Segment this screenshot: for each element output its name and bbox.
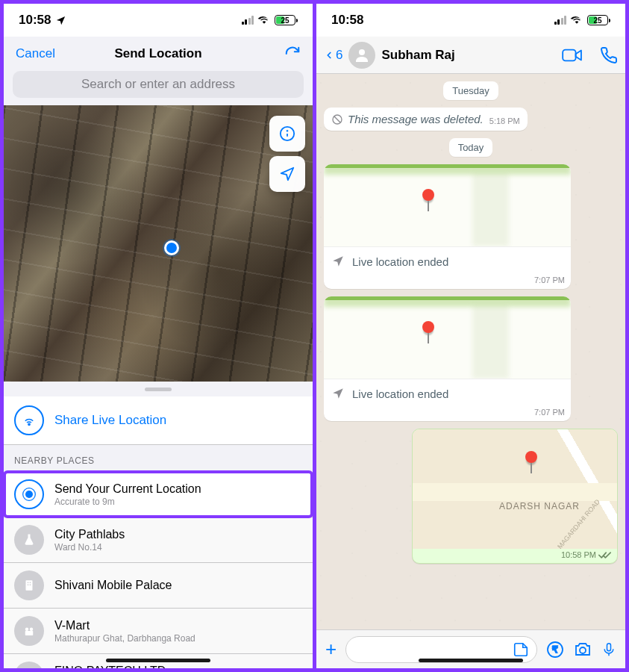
chat-header: 6 Subham Raj bbox=[316, 37, 625, 74]
svg-point-12 bbox=[30, 628, 34, 632]
back-count: 6 bbox=[336, 48, 342, 63]
read-receipt-icon bbox=[598, 551, 611, 559]
svg-point-17 bbox=[359, 49, 365, 55]
phone-send-location: 10:58 25 Cancel Send Location bbox=[4, 4, 313, 668]
place-title: City Pathlabs bbox=[54, 528, 125, 541]
payment-button[interactable]: ₹ bbox=[546, 641, 564, 659]
chat-scroll[interactable]: Tuesday This message was deleted. 5:18 P… bbox=[316, 74, 625, 629]
recenter-button[interactable] bbox=[269, 156, 305, 192]
chat-input-bar: + ₹ bbox=[316, 629, 625, 668]
message-time: 7:07 PM bbox=[324, 408, 571, 421]
svg-rect-9 bbox=[28, 585, 29, 586]
svg-rect-24 bbox=[607, 643, 611, 650]
map-pin-icon bbox=[422, 189, 434, 201]
share-live-location-row[interactable]: Share Live Location bbox=[4, 396, 313, 444]
home-indicator[interactable] bbox=[106, 659, 210, 662]
row-v-mart[interactable]: V-Mart Mathurapur Ghat, Darbhanga Road bbox=[4, 608, 313, 653]
deleted-text: This message was deleted. bbox=[348, 113, 484, 125]
battery-icon: 25 bbox=[275, 15, 298, 25]
status-bar: 10:58 25 bbox=[316, 4, 625, 37]
svg-line-20 bbox=[334, 116, 340, 122]
search-placeholder: Search or enter an address bbox=[81, 77, 235, 92]
home-indicator[interactable] bbox=[419, 659, 523, 662]
camera-button[interactable] bbox=[573, 641, 592, 659]
svg-text:₹: ₹ bbox=[552, 644, 558, 655]
avatar[interactable] bbox=[348, 42, 375, 69]
sent-location-card[interactable]: ADARSH NAGAR MAGARDAHI ROAD 10:58 PM bbox=[412, 429, 618, 564]
status-time: 10:58 bbox=[19, 13, 51, 28]
live-location-ended-row: Live location ended bbox=[324, 379, 571, 408]
row-city-pathlabs[interactable]: City Pathlabs Ward No.14 bbox=[4, 517, 313, 562]
map-area-label: ADARSH NAGAR bbox=[499, 501, 580, 511]
live-location-ended-row: Live location ended bbox=[324, 246, 571, 276]
svg-point-3 bbox=[28, 423, 30, 425]
svg-rect-13 bbox=[25, 631, 34, 635]
cellular-signal-icon bbox=[554, 16, 567, 25]
place-title: Send Your Current Location bbox=[54, 482, 201, 496]
status-time: 10:58 bbox=[331, 13, 363, 28]
contact-name[interactable]: Subham Raj bbox=[381, 48, 555, 63]
location-ended-icon bbox=[331, 387, 345, 400]
place-title: V-Mart bbox=[54, 619, 195, 632]
svg-point-11 bbox=[25, 628, 29, 632]
date-chip: Today bbox=[449, 138, 493, 157]
map-satellite[interactable] bbox=[4, 105, 313, 382]
deleted-message[interactable]: This message was deleted. 5:18 PM bbox=[324, 108, 528, 131]
map-info-button[interactable] bbox=[269, 116, 305, 152]
store-icon bbox=[14, 616, 44, 646]
grab-handle[interactable] bbox=[4, 382, 313, 396]
svg-point-23 bbox=[580, 647, 586, 653]
place-title: Shivani Mobile Palace bbox=[54, 579, 172, 592]
place-sub: Mathurapur Ghat, Darbhanga Road bbox=[54, 633, 195, 644]
bottom-sheet[interactable]: Share Live Location NEARBY PLACES Send Y… bbox=[4, 382, 313, 668]
svg-rect-6 bbox=[26, 580, 33, 591]
share-live-location-label: Share Live Location bbox=[54, 413, 166, 428]
map-pin-icon bbox=[422, 321, 434, 333]
video-call-button[interactable] bbox=[561, 47, 583, 63]
message-time: 5:18 PM bbox=[489, 116, 520, 125]
voice-call-button[interactable] bbox=[600, 46, 618, 64]
status-bar: 10:58 25 bbox=[4, 4, 313, 37]
svg-point-2 bbox=[287, 131, 288, 131]
location-map-thumb: ADARSH NAGAR MAGARDAHI ROAD bbox=[413, 429, 617, 549]
sticker-button[interactable] bbox=[513, 641, 529, 658]
svg-rect-8 bbox=[30, 582, 31, 584]
refresh-button[interactable] bbox=[248, 46, 301, 62]
cellular-signal-icon bbox=[242, 16, 254, 25]
wifi-icon bbox=[570, 15, 583, 25]
map-pin-icon bbox=[525, 451, 537, 463]
location-map-thumb bbox=[324, 164, 571, 246]
wifi-icon bbox=[257, 15, 271, 25]
row-send-current-location[interactable]: Send Your Current Location Accurate to 9… bbox=[4, 472, 313, 517]
flask-icon bbox=[14, 525, 44, 555]
place-sub: Ward No.14 bbox=[54, 542, 125, 553]
battery-icon: 25 bbox=[587, 15, 610, 25]
location-services-icon bbox=[55, 15, 66, 26]
cancel-button[interactable]: Cancel bbox=[16, 46, 68, 61]
live-location-icon bbox=[14, 405, 44, 435]
search-input[interactable]: Search or enter an address bbox=[13, 71, 304, 98]
mic-button[interactable] bbox=[601, 640, 616, 659]
sent-time-row: 10:58 PM bbox=[413, 549, 617, 563]
place-sub: Accurate to 9m bbox=[54, 497, 201, 507]
nearby-places-header: NEARBY PLACES bbox=[4, 445, 313, 472]
attach-button[interactable]: + bbox=[325, 638, 337, 661]
date-chip: Tuesday bbox=[443, 81, 498, 100]
building-icon bbox=[14, 570, 44, 600]
received-live-location-card[interactable]: Live location ended 7:07 PM bbox=[324, 164, 571, 289]
received-live-location-card[interactable]: Live location ended 7:07 PM bbox=[324, 296, 571, 421]
place-title: FINO PAYTECH LTD. bbox=[54, 665, 190, 669]
svg-point-4 bbox=[25, 491, 33, 498]
nav-bar: Cancel Send Location bbox=[4, 37, 313, 71]
svg-rect-10 bbox=[30, 585, 31, 586]
block-icon bbox=[331, 113, 343, 125]
back-button[interactable]: 6 bbox=[324, 47, 342, 63]
row-shivani-mobile-palace[interactable]: Shivani Mobile Palace bbox=[4, 562, 313, 608]
page-title: Send Location bbox=[68, 46, 248, 61]
message-time: 7:07 PM bbox=[324, 276, 571, 289]
svg-rect-18 bbox=[563, 49, 575, 60]
location-ended-icon bbox=[331, 255, 345, 268]
building-icon bbox=[14, 662, 44, 668]
search-container: Search or enter an address bbox=[4, 71, 313, 105]
phone-whatsapp-chat: 10:58 25 6 Subham Raj bbox=[313, 4, 625, 668]
